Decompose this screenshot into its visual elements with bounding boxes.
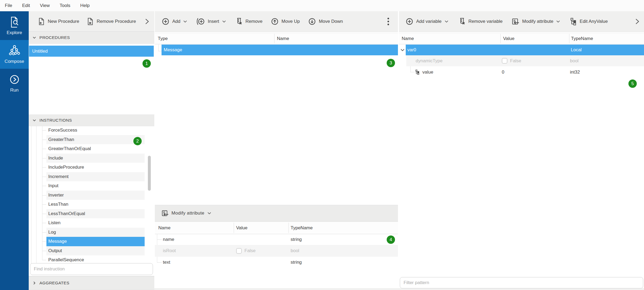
column-header-type[interactable]: Type bbox=[158, 33, 168, 44]
document-x-icon bbox=[86, 17, 94, 26]
filter-pattern-input[interactable] bbox=[400, 277, 643, 288]
instruction-item-selected[interactable]: Message bbox=[46, 237, 145, 246]
modify-attribute-label: Modify attribute bbox=[171, 211, 204, 216]
move-up-button[interactable]: Move Up bbox=[270, 17, 300, 26]
modify-attribute-icon bbox=[511, 17, 520, 26]
composition-row-message[interactable]: Message bbox=[162, 45, 398, 55]
document-search-icon bbox=[8, 16, 21, 28]
menu-help[interactable]: Help bbox=[77, 3, 93, 8]
attribute-row-text[interactable]: text string bbox=[155, 257, 398, 268]
instruction-item[interactable]: Listen bbox=[46, 218, 145, 228]
instruction-item[interactable]: Include bbox=[46, 154, 145, 163]
var-name-cell: value bbox=[422, 70, 433, 75]
toolbar-overflow-button[interactable] bbox=[144, 17, 150, 26]
column-divider bbox=[500, 34, 501, 43]
new-procedure-button[interactable]: New Procedure bbox=[37, 17, 79, 26]
instruction-item[interactable]: LessThanOrEqual bbox=[46, 209, 145, 219]
procedures-section-label: PROCEDURES bbox=[39, 35, 70, 40]
menu-view[interactable]: View bbox=[37, 3, 53, 8]
menu-bar: File Edit View Tools Help bbox=[0, 0, 644, 11]
variable-row-var0[interactable]: var0 Local bbox=[406, 45, 644, 55]
column-header-value[interactable]: Value bbox=[236, 222, 247, 234]
instruction-item[interactable]: ForceSuccess bbox=[46, 126, 145, 135]
kebab-menu-button[interactable] bbox=[387, 18, 389, 25]
remove-variable-button[interactable]: Remove variable bbox=[458, 17, 503, 26]
sidebar-label-explore: Explore bbox=[7, 30, 22, 35]
insert-button[interactable]: Insert bbox=[196, 17, 226, 26]
insert-icon bbox=[196, 17, 205, 26]
var-type-cell: Local bbox=[571, 45, 582, 55]
modify-attribute-button[interactable]: Modify attribute bbox=[161, 209, 212, 217]
column-header-name[interactable]: Name bbox=[277, 33, 289, 44]
chevron-right-icon bbox=[634, 17, 640, 26]
var-name-cell: var0 bbox=[407, 45, 416, 55]
procedure-name: Untitled bbox=[32, 49, 48, 54]
dynamictype-checkbox[interactable] bbox=[502, 58, 507, 64]
attr-name-cell: name bbox=[163, 234, 174, 245]
aggregates-section-header[interactable]: AGGREGATES bbox=[29, 276, 154, 290]
menu-edit[interactable]: Edit bbox=[19, 3, 33, 8]
move-down-label: Move Down bbox=[319, 19, 343, 24]
procedure-item-untitled[interactable]: Untitled bbox=[29, 46, 154, 57]
circle-up-arrow-icon bbox=[270, 17, 279, 26]
remove-button[interactable]: Remove bbox=[235, 17, 262, 26]
column-header-typename[interactable]: TypeName bbox=[571, 33, 593, 44]
find-instruction-input[interactable] bbox=[30, 263, 153, 275]
instruction-item[interactable]: Inverter bbox=[46, 191, 145, 200]
column-header-typename[interactable]: TypeName bbox=[291, 222, 313, 234]
instructions-list: ForceSuccess GreaterThan GreaterThanOrEq… bbox=[29, 126, 154, 265]
add-label: Add bbox=[172, 19, 180, 24]
column-header-name[interactable]: Name bbox=[158, 222, 170, 234]
instruction-item[interactable]: Log bbox=[46, 228, 145, 237]
remove-procedure-button[interactable]: Remove Procedure bbox=[86, 17, 136, 26]
menu-file[interactable]: File bbox=[2, 3, 15, 8]
variable-row-value[interactable]: value 0 int32 bbox=[406, 66, 644, 78]
attr-name-cell: text bbox=[163, 257, 170, 268]
add-button[interactable]: Add bbox=[161, 17, 188, 26]
remove-procedure-label: Remove Procedure bbox=[97, 19, 136, 24]
column-header-name[interactable]: Name bbox=[402, 33, 414, 44]
attr-name-cell: isRoot bbox=[163, 245, 176, 257]
tree-connector bbox=[158, 45, 159, 51]
var-value-cell[interactable]: 0 bbox=[502, 66, 504, 78]
add-variable-button[interactable]: Add variable bbox=[405, 17, 449, 26]
sidebar-item-run[interactable]: Run bbox=[0, 69, 29, 97]
instruction-item[interactable]: IncludeProcedure bbox=[46, 163, 145, 172]
expander-chevron-down-icon[interactable] bbox=[400, 47, 405, 53]
row-type-cell: Message bbox=[164, 45, 182, 55]
sidebar-item-compose[interactable]: Compose bbox=[0, 40, 29, 69]
instructions-section-header[interactable]: INSTRUCTIONS bbox=[29, 114, 154, 126]
instructions-scrollbar-thumb[interactable] bbox=[148, 156, 151, 191]
instruction-item[interactable]: Output bbox=[46, 246, 145, 256]
column-header-value[interactable]: Value bbox=[503, 33, 514, 44]
run-icon bbox=[8, 73, 21, 86]
composition-table-header: Type Name bbox=[155, 33, 398, 44]
instruction-item[interactable]: Input bbox=[46, 181, 145, 191]
variables-table-header: Name Value TypeName bbox=[399, 33, 644, 44]
sidebar-item-explore[interactable]: Explore bbox=[0, 11, 29, 40]
chevron-down-icon bbox=[444, 19, 449, 24]
attribute-row-name[interactable]: name string bbox=[155, 234, 398, 245]
toolbar-overflow-button[interactable] bbox=[634, 17, 640, 26]
edit-anyvalue-button[interactable]: Edit AnyValue bbox=[569, 17, 608, 26]
modify-attribute-button[interactable]: Modify attribute bbox=[511, 17, 561, 26]
instruction-item[interactable]: GreaterThanOrEqual bbox=[46, 144, 145, 154]
instruction-item[interactable]: Increment bbox=[46, 172, 145, 182]
chevron-right-icon bbox=[32, 281, 36, 285]
attributes-table-header: Name Value TypeName bbox=[155, 222, 398, 234]
attr-type-cell: bool bbox=[291, 245, 299, 257]
instruction-item[interactable]: GreaterThan bbox=[46, 135, 145, 144]
remove-x-icon bbox=[235, 17, 243, 26]
tree-connector bbox=[158, 51, 162, 51]
instruction-item[interactable]: LessThan bbox=[46, 200, 145, 209]
attribute-row-isroot[interactable]: isRoot False bool bbox=[155, 245, 398, 257]
step-badge-4: 4 bbox=[387, 235, 395, 244]
move-down-button[interactable]: Move Down bbox=[308, 17, 343, 26]
variable-row-dynamictype[interactable]: dynamicType False bool bbox=[406, 55, 644, 66]
menu-tools[interactable]: Tools bbox=[56, 3, 74, 8]
column-divider bbox=[274, 34, 275, 43]
new-procedure-label: New Procedure bbox=[48, 19, 79, 24]
isroot-checkbox[interactable] bbox=[236, 248, 242, 254]
procedures-section-header[interactable]: PROCEDURES bbox=[29, 32, 154, 44]
circle-plus-icon bbox=[405, 17, 414, 26]
